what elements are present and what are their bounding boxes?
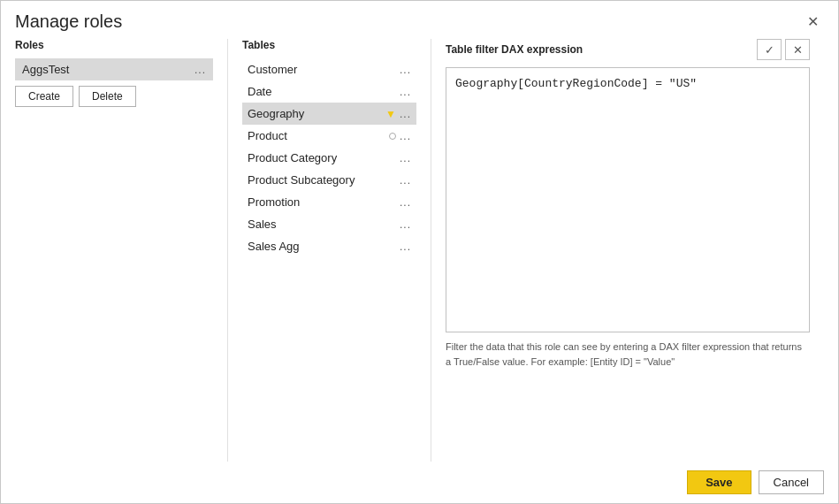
dax-hint: Filter the data that this role can see b… [446, 340, 810, 369]
table-item-icons: ... [400, 174, 411, 187]
dax-header: Table filter DAX expression ✓ ✕ [446, 39, 810, 60]
dialog-titlebar: Manage roles ✕ [1, 1, 838, 39]
table-item-name: Product Category [248, 151, 400, 164]
dialog-footer: Save Cancel [1, 462, 838, 503]
dax-panel-title: Table filter DAX expression [446, 43, 583, 56]
save-button[interactable]: Save [687, 470, 751, 494]
table-item-icons: ... [400, 196, 411, 209]
table-item-name: Product Subcategory [248, 173, 400, 187]
filter-icon: ▼ [385, 108, 396, 120]
table-item[interactable]: Promotion... [242, 191, 416, 213]
close-button[interactable]: ✕ [802, 13, 824, 31]
table-item[interactable]: Sales Agg... [242, 235, 416, 257]
table-item[interactable]: Product Category... [242, 147, 416, 169]
dialog-title: Manage roles [15, 11, 122, 32]
roles-label: Roles [15, 39, 213, 51]
dax-actions: ✓ ✕ [757, 39, 810, 60]
table-item-more-button[interactable]: ... [400, 218, 411, 231]
role-item-name: AggsTest [22, 63, 69, 76]
table-item-icons: ... [400, 218, 411, 231]
dax-confirm-button[interactable]: ✓ [757, 39, 782, 60]
table-item-icons: ... [400, 152, 411, 164]
table-item-name: Customer [248, 63, 400, 76]
table-item-name: Date [248, 85, 400, 98]
table-item-name: Product [248, 129, 389, 142]
roles-panel: Roles AggsTest ... Create Delete [15, 39, 227, 462]
table-item-more-button[interactable]: ... [400, 152, 411, 164]
dialog-body: Roles AggsTest ... Create Delete Tables … [1, 39, 838, 462]
table-item[interactable]: Product Subcategory... [242, 169, 416, 191]
table-item-icons: ... [389, 130, 411, 142]
dax-cancel-button[interactable]: ✕ [785, 39, 810, 60]
create-button[interactable]: Create [15, 86, 73, 107]
dax-editor[interactable]: Geography[CountryRegionCode] = "US" [446, 67, 810, 332]
table-item[interactable]: Product... [242, 125, 416, 147]
table-item[interactable]: Geography▼... [242, 103, 416, 125]
dax-panel: Table filter DAX expression ✓ ✕ Geograph… [431, 39, 824, 462]
role-item[interactable]: AggsTest ... [15, 58, 213, 80]
table-item-more-button[interactable]: ... [400, 108, 411, 120]
table-item-name: Sales [248, 218, 400, 231]
table-item-more-button[interactable]: ... [400, 174, 411, 187]
table-item-more-button[interactable]: ... [400, 196, 411, 209]
tables-panel: Tables Customer...Date...Geography▼...Pr… [227, 39, 431, 462]
role-item-dots[interactable]: ... [194, 64, 206, 76]
table-item[interactable]: Customer... [242, 58, 416, 80]
tables-list: Customer...Date...Geography▼...Product..… [242, 58, 416, 257]
table-item-name: Promotion [248, 195, 400, 209]
tables-label: Tables [242, 39, 416, 51]
table-item-more-button[interactable]: ... [400, 241, 411, 253]
manage-roles-dialog: Manage roles ✕ Roles AggsTest ... Create… [0, 0, 839, 504]
table-item[interactable]: Sales... [242, 213, 416, 235]
table-item[interactable]: Date... [242, 80, 416, 103]
delete-button[interactable]: Delete [79, 86, 136, 107]
circle-indicator-icon [389, 133, 396, 140]
table-item-more-button[interactable]: ... [400, 130, 411, 142]
table-item-more-button[interactable]: ... [400, 64, 411, 76]
cancel-button[interactable]: Cancel [759, 470, 824, 494]
table-item-name: Geography [248, 107, 385, 120]
table-item-icons: ... [400, 86, 411, 98]
table-item-icons: ▼... [385, 108, 411, 120]
table-item-name: Sales Agg [248, 240, 400, 253]
role-buttons: Create Delete [15, 86, 213, 107]
table-item-icons: ... [400, 64, 411, 76]
table-item-icons: ... [400, 241, 411, 253]
table-item-more-button[interactable]: ... [400, 86, 411, 98]
